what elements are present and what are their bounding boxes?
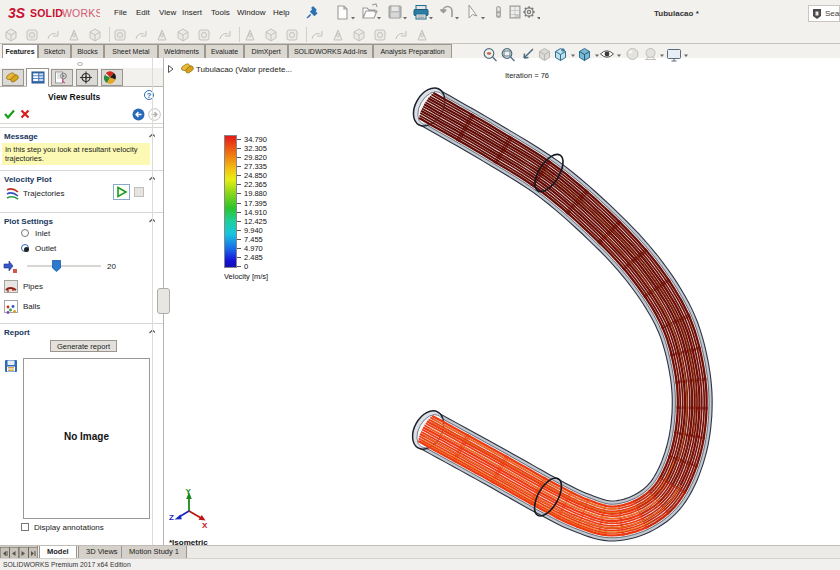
svg-text:3S: 3S xyxy=(8,5,26,21)
svg-text:Y: Y xyxy=(186,487,192,496)
svg-text:X: X xyxy=(202,521,208,530)
svg-text:Z: Z xyxy=(169,513,174,522)
svg-text:SOLID: SOLID xyxy=(30,7,63,19)
svg-text:WORKS: WORKS xyxy=(62,7,100,19)
